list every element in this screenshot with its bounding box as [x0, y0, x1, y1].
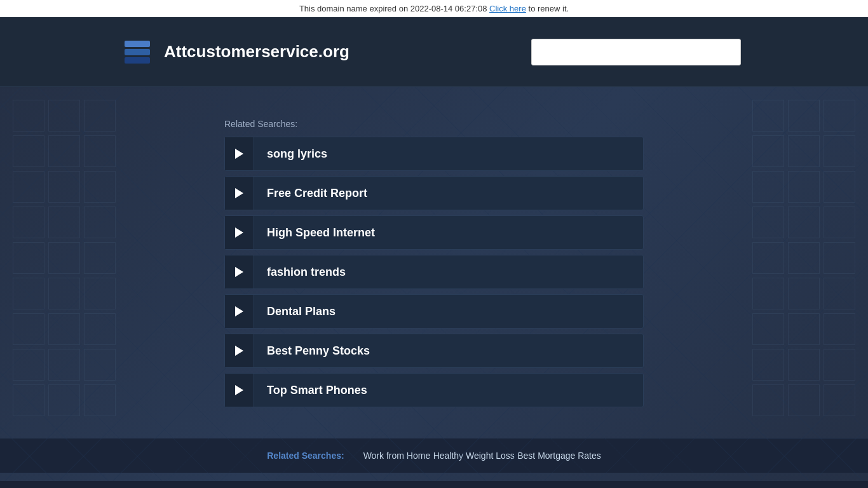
- arrow-triangle-icon: [235, 149, 243, 159]
- search-item-arrow-fashion-trends: [225, 255, 254, 288]
- search-item-arrow-dental-plans: [225, 295, 254, 328]
- expiry-banner: This domain name expired on 2022-08-14 0…: [0, 0, 868, 17]
- arrow-triangle-icon: [235, 346, 243, 356]
- logo-svg: [121, 36, 154, 69]
- search-item-arrow-high-speed-internet: [225, 216, 254, 249]
- arrow-triangle-icon: [235, 188, 243, 198]
- arrow-triangle-icon: [235, 385, 243, 395]
- svg-rect-1: [125, 49, 150, 55]
- footer-related-label: Related Searches:: [267, 451, 344, 461]
- main-content: Related Searches: song lyricsFree Credit…: [0, 87, 868, 481]
- search-item-arrow-free-credit-report: [225, 177, 254, 210]
- renew-link[interactable]: Click here: [489, 4, 526, 13]
- footer-bar: Related Searches: Work from Home Healthy…: [0, 438, 868, 473]
- search-item-label-song-lyrics: song lyrics: [254, 139, 340, 170]
- footer-link-work-from-home[interactable]: Work from Home: [363, 451, 431, 461]
- logo-area: Attcustomerservice.org: [121, 36, 349, 69]
- related-searches-label: Related Searches:: [224, 119, 644, 129]
- arrow-triangle-icon: [235, 306, 243, 316]
- svg-rect-0: [125, 41, 150, 47]
- arrow-triangle-icon: [235, 227, 243, 238]
- search-item-dental-plans[interactable]: Dental Plans: [224, 294, 644, 329]
- footer-link-healthy-weight-loss[interactable]: Healthy Weight Loss: [433, 451, 515, 461]
- search-item-label-fashion-trends: fashion trends: [254, 257, 358, 288]
- search-input[interactable]: [531, 39, 741, 65]
- search-item-label-top-smart-phones: Top Smart Phones: [254, 375, 380, 406]
- search-item-best-penny-stocks[interactable]: Best Penny Stocks: [224, 334, 644, 368]
- footer-link-best-mortgage-rates[interactable]: Best Mortgage Rates: [517, 451, 601, 461]
- arrow-triangle-icon: [235, 267, 243, 277]
- search-item-label-free-credit-report: Free Credit Report: [254, 178, 380, 209]
- search-item-free-credit-report[interactable]: Free Credit Report: [224, 176, 644, 210]
- search-item-high-speed-internet[interactable]: High Speed Internet: [224, 215, 644, 250]
- search-item-arrow-song-lyrics: [225, 137, 254, 170]
- content-wrapper: Related Searches: song lyricsFree Credit…: [212, 106, 656, 438]
- search-item-label-high-speed-internet: High Speed Internet: [254, 217, 388, 248]
- banner-text: This domain name expired on 2022-08-14 0…: [299, 4, 487, 13]
- banner-suffix: to renew it.: [529, 4, 569, 13]
- search-item-fashion-trends[interactable]: fashion trends: [224, 255, 644, 289]
- search-item-arrow-top-smart-phones: [225, 374, 254, 407]
- logo-icon: [121, 36, 154, 69]
- header: Attcustomerservice.org: [0, 17, 868, 87]
- search-item-arrow-best-penny-stocks: [225, 334, 254, 367]
- svg-rect-2: [125, 57, 150, 64]
- site-title: Attcustomerservice.org: [164, 42, 349, 62]
- search-item-top-smart-phones[interactable]: Top Smart Phones: [224, 373, 644, 407]
- search-item-song-lyrics[interactable]: song lyrics: [224, 137, 644, 171]
- decorative-right: [740, 87, 868, 481]
- search-item-label-best-penny-stocks: Best Penny Stocks: [254, 336, 383, 367]
- decorative-left: [0, 87, 128, 481]
- search-items-container: song lyricsFree Credit ReportHigh Speed …: [224, 137, 644, 407]
- search-item-label-dental-plans: Dental Plans: [254, 296, 348, 327]
- footer-links: Work from Home Healthy Weight Loss Best …: [363, 450, 601, 461]
